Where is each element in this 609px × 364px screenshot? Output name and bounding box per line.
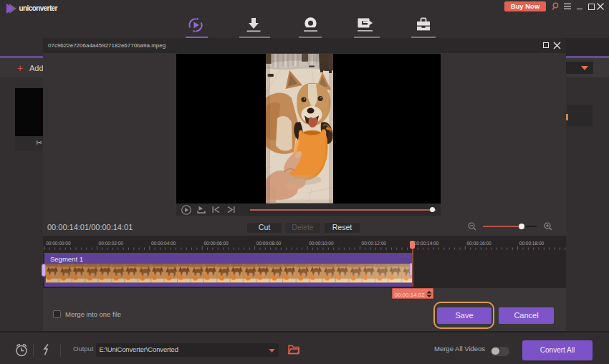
svg-text:00:00:10:00: 00:00:10:00: [309, 241, 334, 246]
svg-text:00:00:00:00: 00:00:00:00: [46, 241, 71, 246]
svg-text:00:00:12:00: 00:00:12:00: [362, 241, 387, 246]
svg-text:00:00:08:00: 00:00:08:00: [256, 241, 282, 246]
svg-text:00:00:14:00: 00:00:14:00: [414, 241, 439, 246]
svg-text:00:00:16:00: 00:00:16:00: [466, 241, 491, 246]
svg-text:00:00:06:00: 00:00:06:00: [203, 241, 229, 246]
svg-text:00:00:18:00: 00:00:18:00: [519, 241, 545, 246]
svg-text:00:00:04:00: 00:00:04:00: [151, 241, 176, 246]
svg-text:00:00:02:00: 00:00:02:00: [99, 241, 124, 246]
